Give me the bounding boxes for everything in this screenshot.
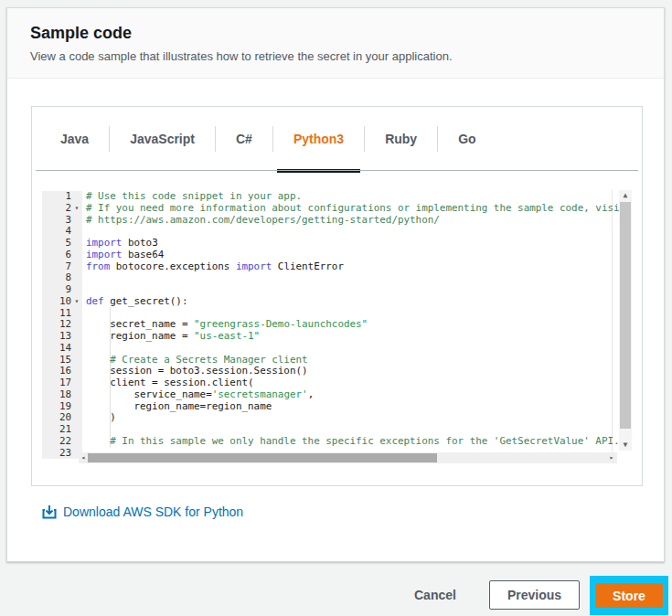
scroll-right-icon[interactable]: ▸ <box>607 452 616 463</box>
code-editor[interactable]: 12▾345678910▾11121314151617181920212223 … <box>42 190 632 469</box>
gutter-row: 23 <box>42 448 82 460</box>
vertical-scrollbar-thumb[interactable] <box>620 202 631 429</box>
line-number: 17 <box>42 377 71 389</box>
fold-spacer <box>71 377 82 389</box>
line-number: 5 <box>42 238 71 250</box>
download-link-label: Download AWS SDK for Python <box>63 504 243 519</box>
gutter-row: 13 <box>42 331 82 343</box>
code-sample-panel: JavaJavaScriptC#Python3RubyGo 12▾3456789… <box>31 106 643 486</box>
store-button-highlight: Store <box>590 576 668 615</box>
editor-code-area[interactable]: # Use this code snippet in your app.# If… <box>82 191 632 469</box>
tab-ruby[interactable]: Ruby <box>365 121 437 157</box>
fold-spacer <box>71 424 82 436</box>
line-number: 14 <box>42 343 71 355</box>
fold-spacer <box>71 355 82 366</box>
code-line: region_name=region_name <box>82 401 632 413</box>
previous-button[interactable]: Previous <box>489 580 580 610</box>
line-number: 2 <box>42 203 71 215</box>
code-line <box>82 226 632 238</box>
fold-spacer <box>71 261 82 273</box>
line-number: 9 <box>42 284 71 296</box>
code-line: # https://aws.amazon.com/developers/gett… <box>82 215 632 227</box>
horizontal-scrollbar-thumb[interactable] <box>88 453 437 462</box>
code-line: # In this sample we only handle the spec… <box>82 436 632 448</box>
line-number: 6 <box>42 250 71 261</box>
page-title: Sample code <box>30 24 641 43</box>
store-button[interactable]: Store <box>595 583 663 608</box>
gutter-row: 9 <box>42 284 82 296</box>
scroll-down-icon[interactable]: ▼ <box>619 440 632 451</box>
fold-spacer <box>71 389 82 401</box>
gutter-row: 2▾ <box>42 203 82 215</box>
code-line: region_name = "us-east-1" <box>82 331 632 343</box>
fold-spacer <box>71 412 82 424</box>
line-number: 22 <box>42 436 71 448</box>
line-number: 1 <box>42 191 71 203</box>
fold-spacer <box>71 331 82 343</box>
tab-go[interactable]: Go <box>438 121 496 157</box>
fold-spacer <box>71 238 82 250</box>
vertical-scrollbar[interactable]: ▲ ▼ <box>619 190 632 451</box>
gutter-row: 8 <box>42 272 82 284</box>
gutter-row: 1 <box>42 191 82 203</box>
code-line: from botocore.exceptions import ClientEr… <box>82 261 632 273</box>
code-line: def get_secret(): <box>82 296 632 308</box>
gutter-row: 14 <box>42 343 82 355</box>
sample-code-card: Sample code View a code sample that illu… <box>6 7 665 562</box>
fold-spacer <box>71 215 82 227</box>
line-number: 21 <box>42 424 71 436</box>
scroll-up-icon[interactable]: ▲ <box>619 190 632 201</box>
code-line: import boto3 <box>82 238 632 250</box>
fold-spacer <box>71 250 82 261</box>
fold-spacer <box>71 272 82 284</box>
tab-java[interactable]: Java <box>40 121 109 157</box>
fold-spacer <box>71 343 82 355</box>
tab-c[interactable]: C# <box>216 121 272 157</box>
scroll-left-icon[interactable]: ◂ <box>79 452 88 463</box>
line-number: 13 <box>42 331 71 343</box>
tab-javascript[interactable]: JavaScript <box>110 121 215 157</box>
line-number: 23 <box>42 448 71 460</box>
download-sdk-link[interactable]: Download AWS SDK for Python <box>42 504 243 519</box>
gutter-row: 5 <box>42 238 82 250</box>
tab-python3[interactable]: Python3 <box>273 121 364 157</box>
gutter-row: 6 <box>42 250 82 261</box>
fold-spacer <box>71 319 82 331</box>
fold-spacer <box>71 284 82 296</box>
gutter-row: 7 <box>42 261 82 273</box>
gutter-row: 22 <box>42 436 82 448</box>
fold-arrow-icon[interactable]: ▾ <box>71 296 82 308</box>
fold-arrow-icon[interactable]: ▾ <box>71 203 82 215</box>
fold-spacer <box>71 191 82 203</box>
tabs-divider <box>36 170 638 171</box>
fold-spacer <box>71 401 82 413</box>
line-number: 18 <box>42 389 71 401</box>
cancel-button[interactable]: Cancel <box>414 580 456 610</box>
fold-spacer <box>71 226 82 238</box>
fold-spacer <box>71 308 82 320</box>
download-icon <box>42 504 57 519</box>
fold-spacer <box>71 366 82 377</box>
horizontal-scrollbar[interactable]: ◂ ▸ <box>79 452 617 463</box>
gutter-row: 10▾ <box>42 296 82 308</box>
gutter-row: 3 <box>42 215 82 227</box>
code-line <box>82 272 632 284</box>
page-description: View a code sample that illustrates how … <box>30 49 641 63</box>
code-line: ) <box>82 412 632 424</box>
fold-spacer <box>71 436 82 448</box>
card-header: Sample code View a code sample that illu… <box>7 8 664 79</box>
gutter-row: 21 <box>42 424 82 436</box>
gutter-row: 18 <box>42 389 82 401</box>
tab-list: JavaJavaScriptC#Python3RubyGo <box>32 107 642 170</box>
gutter-row: 17 <box>42 377 82 389</box>
line-number: 10 <box>42 296 71 308</box>
gutter-row: 4 <box>42 226 82 238</box>
editor-gutter: 12▾345678910▾11121314151617181920212223 <box>42 191 82 459</box>
